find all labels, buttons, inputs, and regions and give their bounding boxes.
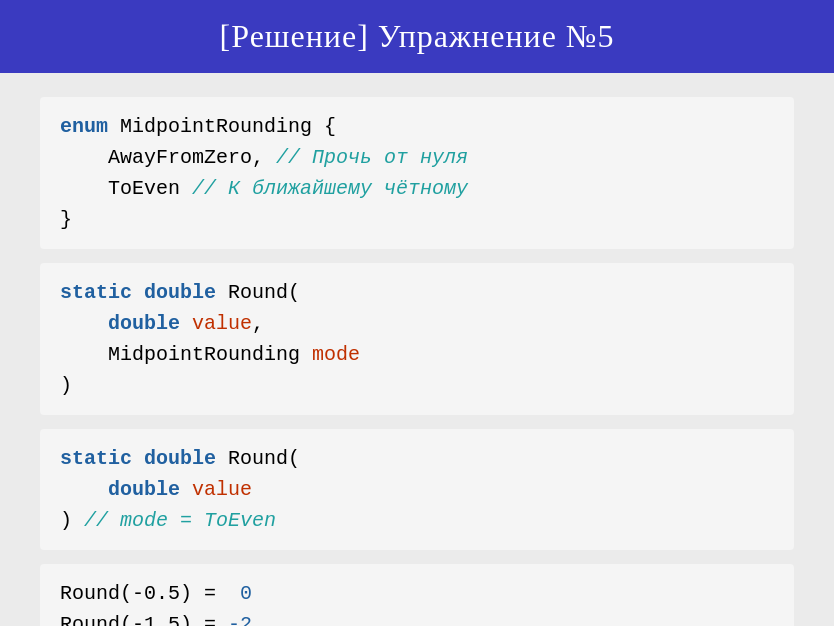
slide-header: [Решение] Упражнение №5	[0, 0, 834, 73]
param: mode	[312, 343, 360, 366]
code-line: MidpointRounding mode	[60, 339, 774, 370]
code-text: )	[60, 509, 84, 532]
method2-code-block: static double Round( double value ) // m…	[40, 429, 794, 550]
param: value	[192, 478, 252, 501]
type-kw: double	[108, 312, 192, 335]
code-line: ) // mode = ToEven	[60, 505, 774, 536]
code-text: Round(-1.5) =	[60, 613, 228, 626]
type-kw: double	[144, 447, 228, 470]
code-line: ToEven // К ближайшему чётному	[60, 173, 774, 204]
code-text	[60, 478, 108, 501]
results-code-block: Round(-0.5) = 0 Round(-1.5) = -2	[40, 564, 794, 626]
code-text: ,	[252, 312, 264, 335]
result-value: 0	[240, 582, 252, 605]
code-line: )	[60, 370, 774, 401]
code-text: Round(	[228, 281, 300, 304]
code-text: Round(	[228, 447, 300, 470]
enum-code-block: enum MidpointRounding { AwayFromZero, //…	[40, 97, 794, 249]
param: value	[192, 312, 252, 335]
code-text: )	[60, 374, 72, 397]
code-text: Round(-0.5) =	[60, 582, 240, 605]
code-line: enum MidpointRounding {	[60, 111, 774, 142]
slide-title: [Решение] Упражнение №5	[220, 18, 615, 54]
comment: // Прочь от нуля	[276, 146, 468, 169]
code-line: static double Round(	[60, 277, 774, 308]
code-text: }	[60, 208, 72, 231]
code-line: static double Round(	[60, 443, 774, 474]
method1-code-block: static double Round( double value, Midpo…	[40, 263, 794, 415]
code-text: AwayFromZero,	[60, 146, 276, 169]
code-line: double value,	[60, 308, 774, 339]
keyword: static	[60, 281, 144, 304]
keyword: static	[60, 447, 144, 470]
slide: [Решение] Упражнение №5 enum MidpointRou…	[0, 0, 834, 626]
code-line: Round(-0.5) = 0	[60, 578, 774, 609]
code-line: double value	[60, 474, 774, 505]
type-kw: double	[144, 281, 228, 304]
code-line: AwayFromZero, // Прочь от нуля	[60, 142, 774, 173]
code-text: ToEven	[60, 177, 192, 200]
result-value: -2	[228, 613, 252, 626]
code-text: MidpointRounding {	[120, 115, 336, 138]
code-text: MidpointRounding	[60, 343, 312, 366]
code-line: Round(-1.5) = -2	[60, 609, 774, 626]
keyword: enum	[60, 115, 120, 138]
code-text	[60, 312, 108, 335]
comment: // К ближайшему чётному	[192, 177, 468, 200]
code-line: }	[60, 204, 774, 235]
type-kw: double	[108, 478, 192, 501]
slide-content: enum MidpointRounding { AwayFromZero, //…	[0, 73, 834, 626]
comment: // mode = ToEven	[84, 509, 276, 532]
